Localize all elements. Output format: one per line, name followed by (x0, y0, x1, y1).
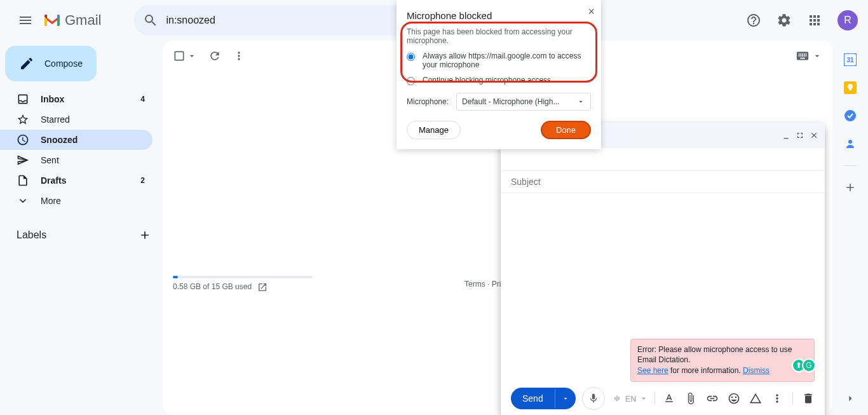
more-menu-icon[interactable] (233, 50, 245, 62)
permission-popup: × Microphone blocked This page has been … (397, 0, 601, 149)
header-actions: R (741, 8, 858, 33)
send-label[interactable]: Send (511, 388, 555, 409)
mic-label: Microphone: (407, 97, 449, 106)
recipients-field[interactable] (501, 148, 825, 171)
fullscreen-icon[interactable] (796, 131, 804, 140)
minimize-icon[interactable] (782, 131, 790, 140)
dropdown-arrow-icon (576, 97, 585, 106)
dictation-lang-indicator[interactable]: EN (611, 393, 648, 404)
see-here-link[interactable]: See here (637, 366, 668, 375)
calendar-app-icon[interactable]: 31 (844, 53, 857, 66)
compose-window: Error: Please allow microphone access to… (501, 123, 825, 415)
pencil-icon (19, 56, 34, 71)
side-panel: 31 (832, 41, 868, 415)
close-popup-icon[interactable]: × (588, 5, 595, 18)
mic-select[interactable]: Default - Microphone (High... (456, 93, 591, 111)
main-menu-button[interactable] (10, 5, 41, 36)
emoji-icon[interactable] (728, 392, 740, 405)
sidebar-item-snoozed[interactable]: Snoozed (0, 130, 153, 150)
mic-value: Default - Microphone (High... (462, 97, 559, 106)
refresh-icon[interactable] (208, 50, 221, 62)
storage-text: 0.58 GB of 15 GB used (173, 282, 252, 291)
labels-section-header: Labels (0, 222, 163, 248)
nav-label: Inbox (41, 94, 140, 104)
delete-draft-icon[interactable] (802, 392, 815, 405)
dropdown-arrow-icon (187, 51, 197, 61)
sidebar-item-sent[interactable]: Sent (0, 150, 153, 170)
nav-count: 4 (140, 95, 145, 104)
add-label-icon[interactable] (139, 229, 151, 242)
dismiss-link[interactable]: Dismiss (743, 366, 770, 375)
done-button[interactable]: Done (541, 121, 591, 139)
keyboard-icon[interactable] (796, 49, 810, 63)
tasks-app-icon[interactable] (844, 109, 857, 122)
keep-app-icon[interactable] (844, 81, 857, 94)
expand-panel-icon[interactable] (844, 392, 857, 405)
open-external-icon[interactable] (257, 282, 268, 292)
sidebar-item-starred[interactable]: Starred (0, 109, 153, 130)
send-options-dropdown[interactable] (555, 389, 576, 408)
draft-icon (17, 174, 29, 187)
nav-label: Starred (41, 114, 145, 125)
link-icon[interactable] (706, 392, 719, 405)
format-text-icon[interactable] (663, 392, 675, 405)
account-avatar[interactable]: R (837, 10, 858, 31)
gmail-logo-icon (43, 13, 61, 27)
grammarly-widget[interactable]: ⬆ G (792, 358, 816, 372)
gmail-logo[interactable]: Gmail (43, 12, 101, 29)
clock-icon (17, 133, 29, 146)
search-icon (143, 13, 158, 28)
apps-button[interactable] (802, 8, 827, 33)
star-icon (17, 113, 29, 126)
svg-point-4 (848, 140, 852, 144)
sound-wave-icon (611, 393, 623, 404)
help-button[interactable] (741, 8, 766, 33)
error-mid: for more information. (668, 366, 743, 375)
add-addon-icon[interactable] (844, 181, 857, 194)
subject-field[interactable] (501, 171, 825, 193)
svg-point-3 (844, 110, 856, 121)
sidebar-item-more[interactable]: More (0, 191, 153, 211)
help-icon (746, 13, 761, 28)
compose-button[interactable]: Compose (5, 46, 97, 81)
contacts-app-icon[interactable] (844, 137, 857, 150)
select-all-checkbox[interactable] (173, 50, 197, 62)
dropdown-arrow-icon (639, 394, 648, 403)
radio-allow-label: Always allow https://mail.google.com to … (423, 51, 591, 69)
sidebar: Compose Inbox 4 Starred Snoozed Sent Dra… (0, 41, 163, 415)
chevron-down-icon (17, 194, 29, 207)
drive-icon[interactable] (749, 392, 762, 405)
popup-description: This page has been blocked from accessin… (407, 27, 591, 45)
error-toast: Error: Please allow microphone access to… (630, 339, 815, 382)
storage-bar (173, 276, 313, 278)
radio-block-input[interactable] (407, 77, 415, 85)
more-options-icon[interactable] (771, 392, 783, 405)
dropdown-arrow-icon[interactable] (812, 51, 822, 61)
sidebar-item-inbox[interactable]: Inbox 4 (0, 89, 153, 109)
radio-block[interactable]: Continue blocking microphone access (407, 76, 591, 85)
dictation-mic-button[interactable] (582, 387, 605, 410)
labels-title: Labels (17, 229, 46, 241)
error-message: Error: Please allow microphone access to… (637, 345, 792, 365)
lang-code: EN (625, 394, 637, 404)
popup-title: Microphone blocked (407, 10, 591, 21)
nav-count: 2 (140, 176, 145, 185)
send-icon (17, 154, 29, 167)
hamburger-icon (18, 13, 33, 28)
svg-text:31: 31 (846, 57, 854, 64)
send-button[interactable]: Send (511, 388, 576, 409)
subject-input[interactable] (511, 177, 815, 187)
attach-icon[interactable] (684, 392, 697, 405)
radio-allow[interactable]: Always allow https://mail.google.com to … (407, 51, 591, 69)
radio-block-label: Continue blocking microphone access (423, 76, 551, 85)
apps-grid-icon (807, 13, 822, 28)
compose-toolbar: Send EN (501, 382, 825, 415)
nav-label: Drafts (41, 175, 140, 186)
inbox-icon (17, 93, 29, 105)
nav-label: Sent (41, 155, 145, 165)
close-icon[interactable] (810, 131, 818, 140)
radio-allow-input[interactable] (407, 53, 415, 61)
manage-button[interactable]: Manage (407, 121, 461, 139)
sidebar-item-drafts[interactable]: Drafts 2 (0, 170, 153, 191)
settings-button[interactable] (771, 8, 797, 33)
